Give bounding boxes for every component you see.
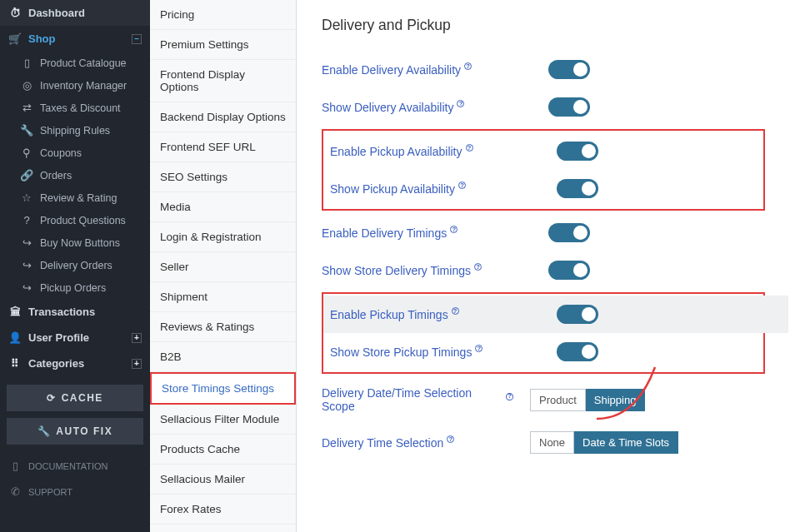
- sidebar-item-transactions[interactable]: 🏛 Transactions: [0, 299, 150, 325]
- arrow-right-icon: ↪: [20, 259, 33, 271]
- help-icon[interactable]: ?: [464, 62, 472, 70]
- toggle-enable-pickup-timings[interactable]: [557, 305, 598, 324]
- bank-icon: 🏛: [8, 306, 22, 318]
- sidebar-label: Dashboard: [28, 7, 142, 19]
- link-icon: 🔗: [20, 169, 33, 181]
- setting-enable-pickup-availability: Enable Pickup Availability?: [323, 132, 763, 170]
- highlight-box-pickup-timings: Enable Pickup Timings? Show Store Pickup…: [322, 292, 765, 374]
- setting-label: Show Store Delivery Timings?: [322, 264, 513, 277]
- toggle-show-store-delivery-timings[interactable]: [548, 261, 590, 280]
- midsidebar-item-products-cache[interactable]: Products Cache: [150, 435, 296, 465]
- help-icon[interactable]: ?: [474, 263, 482, 271]
- setting-enable-delivery-timings: Enable Delivery Timings?: [322, 214, 765, 251]
- arrow-right-icon: ↪: [20, 281, 33, 294]
- setting-show-pickup-availability: Show Pickup Availability?: [323, 170, 763, 207]
- book-icon: ▯: [8, 460, 22, 472]
- midsidebar-item-importer[interactable]: Importer: [150, 525, 296, 532]
- help-icon[interactable]: ?: [457, 100, 464, 107]
- setting-label: Show Pickup Availability?: [330, 182, 522, 196]
- setting-delivery-scope: Delivery Date/Time Selection Scope? Prod…: [322, 377, 765, 422]
- sidebar-item-buy-now-buttons[interactable]: ↪Buy Now Buttons: [15, 231, 150, 254]
- help-icon[interactable]: ?: [450, 226, 458, 233]
- setting-label: Enable Delivery Availability?: [322, 63, 513, 77]
- sidebar-item-inventory-manager[interactable]: ◎Inventory Manager: [15, 74, 150, 97]
- sidebar-item-categories[interactable]: ⠿ Categories +: [0, 351, 150, 376]
- sidebar-item-taxes-discount[interactable]: ⇄Taxes & Discount: [15, 97, 150, 119]
- toggle-show-delivery-availability[interactable]: [548, 97, 590, 117]
- collapse-icon[interactable]: –: [132, 34, 142, 44]
- midsidebar-item-sellacious-filter-module[interactable]: Sellacious Filter Module: [150, 405, 296, 435]
- primary-sidebar: ⏱ Dashboard 🛒 Shop – ▯Product Catalogue …: [0, 0, 150, 532]
- sidebar-item-pickup-orders[interactable]: ↪Pickup Orders: [15, 276, 150, 299]
- toggle-enable-delivery-timings[interactable]: [548, 223, 590, 242]
- toggle-enable-pickup-availability[interactable]: [557, 142, 598, 161]
- toggle-show-store-pickup-timings[interactable]: [557, 342, 598, 361]
- wrench-icon: 🔧: [20, 124, 33, 137]
- midsidebar-item-reviews-ratings[interactable]: Reviews & Ratings: [150, 312, 296, 342]
- help-icon[interactable]: ?: [458, 181, 466, 189]
- sidebar-item-product-questions[interactable]: ?Product Questions: [15, 209, 150, 231]
- sidebar-item-shop[interactable]: 🛒 Shop –: [0, 26, 150, 52]
- auto-fix-button[interactable]: 🔧AUTO FIX: [7, 418, 143, 445]
- sidebar-item-delivery-orders[interactable]: ↪Delivery Orders: [15, 254, 150, 276]
- cart-icon: 🛒: [8, 32, 22, 45]
- setting-enable-pickup-timings: Enable Pickup Timings?: [323, 296, 788, 333]
- setting-label: Show Store Pickup Timings?: [330, 346, 522, 359]
- help-icon[interactable]: ?: [506, 393, 513, 400]
- sidebar-item-orders[interactable]: 🔗Orders: [15, 164, 150, 186]
- sitemap-icon: ⠿: [8, 357, 22, 370]
- midsidebar-item-frontend-sef-url[interactable]: Frontend SEF URL: [150, 132, 296, 162]
- sidebar-item-product-catalogue[interactable]: ▯Product Catalogue: [15, 52, 150, 74]
- tag-icon: ⚲: [20, 147, 33, 159]
- help-icon[interactable]: ?: [466, 144, 473, 152]
- midsidebar-item-seller[interactable]: Seller: [150, 252, 296, 282]
- setting-show-store-pickup-timings: Show Store Pickup Timings?: [323, 333, 763, 370]
- sidebar-item-documentation[interactable]: ▯ DOCUMENTATION: [0, 453, 150, 479]
- shop-submenu: ▯Product Catalogue ◎Inventory Manager ⇄T…: [0, 52, 150, 299]
- help-icon[interactable]: ?: [447, 435, 454, 443]
- time-option-none[interactable]: None: [530, 431, 574, 454]
- help-icon[interactable]: ?: [475, 345, 482, 352]
- star-icon: ☆: [20, 191, 33, 204]
- sidebar-item-review-rating[interactable]: ☆Review & Rating: [15, 186, 150, 209]
- midsidebar-item-sellacious-mailer[interactable]: Sellacious Mailer: [150, 465, 296, 495]
- user-icon: 👤: [8, 331, 22, 344]
- midsidebar-item-backend-display-options[interactable]: Backend Display Options: [150, 102, 296, 132]
- toggle-enable-delivery-availability[interactable]: [548, 60, 590, 79]
- setting-show-store-delivery-timings: Show Store Delivery Timings?: [322, 251, 765, 289]
- midsidebar-item-store-timings-settings[interactable]: Store Timings Settings: [150, 372, 296, 405]
- expand-icon[interactable]: +: [132, 359, 142, 369]
- sidebar-item-support[interactable]: ✆ SUPPORT: [0, 479, 150, 505]
- sidebar-item-coupons[interactable]: ⚲Coupons: [15, 142, 150, 164]
- wrench-icon: 🔧: [38, 425, 52, 437]
- expand-icon[interactable]: +: [132, 333, 142, 343]
- midsidebar-item-shipment[interactable]: Shipment: [150, 282, 296, 312]
- midsidebar-item-premium-settings[interactable]: Premium Settings: [150, 30, 296, 60]
- main-content: Delivery and Pickup Enable Delivery Avai…: [297, 0, 790, 532]
- sidebar-item-user-profile[interactable]: 👤 User Profile +: [0, 325, 150, 351]
- book-icon: ▯: [20, 57, 33, 69]
- help-icon[interactable]: ?: [452, 307, 459, 315]
- midsidebar-item-b2b[interactable]: B2B: [150, 342, 296, 372]
- midsidebar-item-media[interactable]: Media: [150, 192, 296, 222]
- time-option-slots[interactable]: Date & Time Slots: [574, 431, 678, 454]
- toggle-show-pickup-availability[interactable]: [557, 179, 598, 198]
- midsidebar-item-login-registration[interactable]: Login & Registration: [150, 222, 296, 252]
- midsidebar-item-seo-settings[interactable]: SEO Settings: [150, 162, 296, 192]
- midsidebar-item-frontend-display-options[interactable]: Frontend Display Options: [150, 60, 296, 102]
- segmented-time-selection: None Date & Time Slots: [530, 431, 678, 454]
- midsidebar-item-forex-rates[interactable]: Forex Rates: [150, 495, 296, 525]
- cache-button[interactable]: ⟳CACHE: [7, 385, 143, 411]
- setting-show-delivery-availability: Show Delivery Availability?: [322, 88, 765, 126]
- gauge-icon: ⏱: [8, 7, 22, 19]
- scope-option-product[interactable]: Product: [530, 389, 586, 411]
- section-title: Delivery and Pickup: [322, 17, 765, 34]
- sidebar-item-dashboard[interactable]: ⏱ Dashboard: [0, 0, 150, 26]
- scope-option-shipping[interactable]: Shipping: [586, 389, 646, 411]
- midsidebar-item-pricing[interactable]: Pricing: [150, 0, 296, 30]
- exchange-icon: ⇄: [20, 102, 33, 114]
- highlight-box-pickup-availability: Enable Pickup Availability? Show Pickup …: [322, 129, 765, 211]
- bolt-icon: ↪: [20, 236, 33, 249]
- phone-icon: ✆: [8, 485, 22, 498]
- sidebar-item-shipping-rules[interactable]: 🔧Shipping Rules: [15, 119, 150, 142]
